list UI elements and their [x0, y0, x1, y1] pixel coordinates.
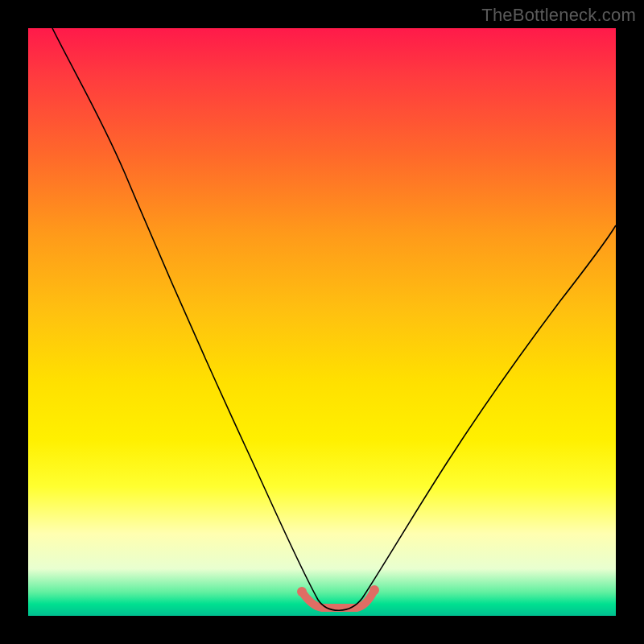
plot-area: [28, 28, 616, 616]
watermark-text: TheBottleneck.com: [481, 5, 636, 26]
curve-overlay: [28, 28, 616, 616]
trough-highlight: [302, 590, 374, 608]
trough-dot-right: [369, 585, 379, 595]
trough-dot-left: [297, 587, 307, 597]
bottleneck-curve: [52, 28, 616, 610]
chart-frame: TheBottleneck.com: [0, 0, 644, 644]
